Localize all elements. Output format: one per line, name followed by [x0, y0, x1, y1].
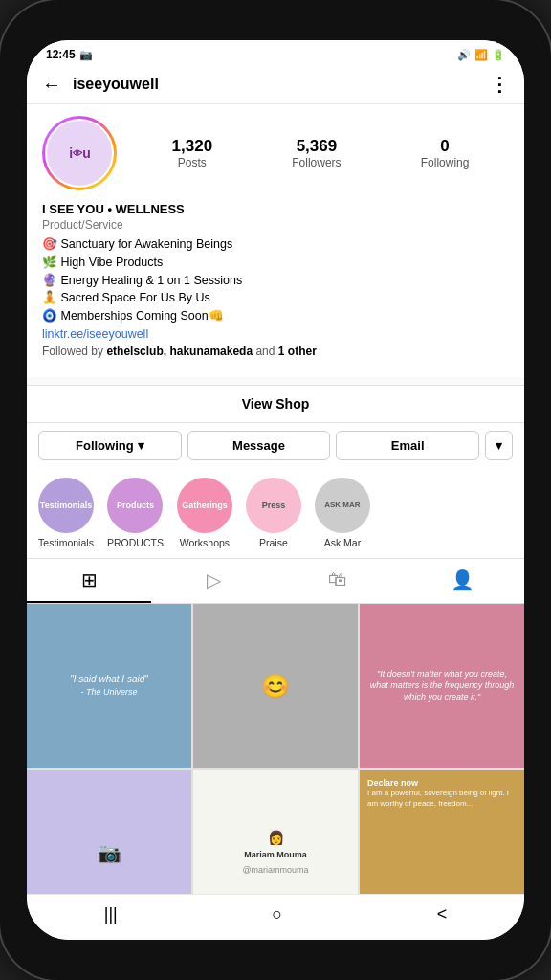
highlights-row: Testimonials Testimonials Products PRODU… — [27, 468, 524, 559]
highlight-products[interactable]: Products PRODUCTS — [107, 478, 164, 548]
followers-label: Followers — [292, 156, 341, 169]
grid-post-text-1: "I said what I said"- The Universe — [70, 673, 148, 699]
highlight-label-testimonials: Testimonials — [38, 537, 94, 548]
bio-line-5: 🧿 Memberships Coming Soon👊 — [42, 307, 509, 325]
tab-tagged[interactable]: 👤 — [400, 559, 524, 603]
grid-post-text-3: "It doesn't matter what you create, what… — [367, 669, 517, 702]
bio-followed: Followed by ethelsclub, hakunamakeda and… — [42, 345, 509, 358]
status-bar: 12:45 📷 🔊 📶 🔋 — [27, 40, 524, 65]
photo-grid: "I said what I said"- The Universe 😊 "It… — [27, 604, 524, 894]
followed-names: ethelsclub, hakunamakeda — [106, 345, 253, 358]
signal-icon: 📶 — [474, 49, 488, 61]
highlight-circle-products: Products — [107, 478, 163, 533]
highlight-label-products: PRODUCTS — [107, 537, 164, 548]
bio-line-3: 🔮 Energy Healing & 1 on 1 Sessions — [42, 272, 509, 290]
profile-username: iseeyouwell — [73, 76, 159, 93]
following-count: 0 — [440, 137, 449, 156]
camera-icon: 📷 — [79, 49, 93, 61]
following-button[interactable]: Following ▾ — [38, 431, 182, 460]
highlight-label-workshops: Workshops — [180, 537, 230, 548]
avatar-text: i 👁 u — [69, 145, 89, 161]
view-shop-bar[interactable]: View Shop — [27, 385, 524, 423]
posts-stat: 1,320 Posts — [172, 137, 213, 169]
followers-count: 5,369 — [297, 137, 338, 156]
grid-cell-1[interactable]: "I said what I said"- The Universe — [27, 604, 191, 768]
tab-bar: ⊞ ▷ 🛍 👤 — [27, 559, 524, 604]
profile-name: I SEE YOU • WELLNESS — [42, 202, 509, 216]
profile-section: i 👁 u 1,320 Posts 5,369 — [27, 104, 524, 377]
email-button[interactable]: Email — [336, 431, 479, 460]
status-time: 12:45 — [46, 48, 76, 61]
sound-icon: 🔊 — [457, 49, 471, 61]
grid-post-text-6: Declare now — [367, 778, 418, 790]
scroll-content: i 👁 u 1,320 Posts 5,369 — [27, 104, 524, 894]
highlight-label-press: Praise — [259, 537, 288, 548]
message-button[interactable]: Message — [187, 431, 331, 460]
avatar-wrapper: i 👁 u — [42, 116, 117, 190]
grid-icon: ⊞ — [81, 568, 98, 591]
profile-category: Product/Service — [42, 218, 509, 232]
tab-reels[interactable]: ▷ — [151, 559, 276, 603]
followers-stat[interactable]: 5,369 Followers — [292, 137, 341, 169]
nav-back-button[interactable]: < — [437, 904, 448, 924]
highlight-testimonials[interactable]: Testimonials Testimonials — [38, 478, 94, 548]
highlight-circle-ask-mar: ASK MAR — [315, 478, 370, 533]
more-options-button[interactable]: ⋮ — [490, 73, 509, 96]
grid-cell-2[interactable]: 😊 — [193, 604, 358, 768]
tab-shop[interactable]: 🛍 — [276, 559, 400, 603]
bio-line-1: 🎯 Sanctuary for Awakening Beings — [42, 235, 509, 254]
highlight-ask-mar[interactable]: ASK MAR Ask Mar — [315, 478, 370, 548]
tab-grid[interactable]: ⊞ — [27, 559, 151, 603]
battery-icon: 🔋 — [492, 49, 505, 61]
header: ← iseeyouwell ⋮ — [27, 65, 524, 104]
profile-top: i 👁 u 1,320 Posts 5,369 — [42, 116, 509, 190]
bio-link[interactable]: linktr.ee/iseeyouwell — [42, 327, 509, 341]
highlight-circle-press: Press — [246, 478, 301, 533]
bio-line-2: 🌿 High Vibe Products — [42, 254, 509, 272]
bio-section: I SEE YOU • WELLNESS Product/Service 🎯 S… — [42, 202, 509, 358]
tagged-icon: 👤 — [451, 568, 474, 591]
following-label: Following — [76, 438, 134, 453]
view-shop-button[interactable]: View Shop — [42, 396, 509, 412]
nav-home-button[interactable]: ○ — [272, 904, 282, 924]
followed-other: 1 other — [278, 345, 317, 358]
highlight-circle-workshops: Gatherings — [177, 478, 232, 533]
posts-label: Posts — [178, 156, 207, 169]
notch — [218, 0, 333, 21]
posts-count: 1,320 — [172, 137, 213, 156]
highlight-label-ask-mar: Ask Mar — [324, 537, 362, 548]
bio-line-4: 🧘 Sacred Space For Us By Us — [42, 289, 509, 307]
status-right: 🔊 📶 🔋 — [457, 49, 505, 61]
avatar: i 👁 u — [45, 119, 114, 188]
reels-icon: ▷ — [207, 568, 221, 591]
nav-menu-button[interactable]: ||| — [104, 904, 118, 924]
highlight-workshops[interactable]: Gatherings Workshops — [177, 478, 232, 548]
shop-icon: 🛍 — [328, 568, 347, 590]
grid-post-text-5: Mariam Mouma — [244, 850, 307, 861]
grid-post-photo-4: 📷 — [98, 840, 121, 865]
phone-screen: 12:45 📷 🔊 📶 🔋 ← iseeyouwell ⋮ — [27, 40, 524, 940]
highlight-circle-testimonials: Testimonials — [38, 478, 94, 533]
highlight-press[interactable]: Press Praise — [246, 478, 301, 548]
bottom-nav: ||| ○ < — [27, 894, 524, 940]
eye-icon: 👁 — [73, 148, 81, 159]
header-left: ← iseeyouwell — [42, 74, 159, 96]
chevron-down-icon: ▾ — [138, 438, 144, 453]
action-buttons: Following ▾ Message Email ▾ — [27, 423, 524, 468]
back-button[interactable]: ← — [42, 74, 61, 96]
grid-cell-6[interactable]: Declare now I am a powerful, sovereign b… — [360, 770, 524, 894]
following-stat[interactable]: 0 Following — [421, 137, 470, 169]
following-label: Following — [421, 156, 470, 169]
stats-row: 1,320 Posts 5,369 Followers 0 Following — [132, 137, 509, 169]
more-button[interactable]: ▾ — [485, 431, 513, 460]
grid-cell-4[interactable]: 📷 — [27, 770, 191, 894]
status-left: 12:45 📷 — [46, 48, 93, 61]
grid-cell-3[interactable]: "It doesn't matter what you create, what… — [360, 604, 524, 768]
grid-cell-5[interactable]: 👩 Mariam Mouma @mariammouma — [193, 770, 358, 894]
grid-post-photo-2: 😊 — [261, 671, 290, 701]
phone-frame: 12:45 📷 🔊 📶 🔋 ← iseeyouwell ⋮ — [0, 0, 551, 980]
